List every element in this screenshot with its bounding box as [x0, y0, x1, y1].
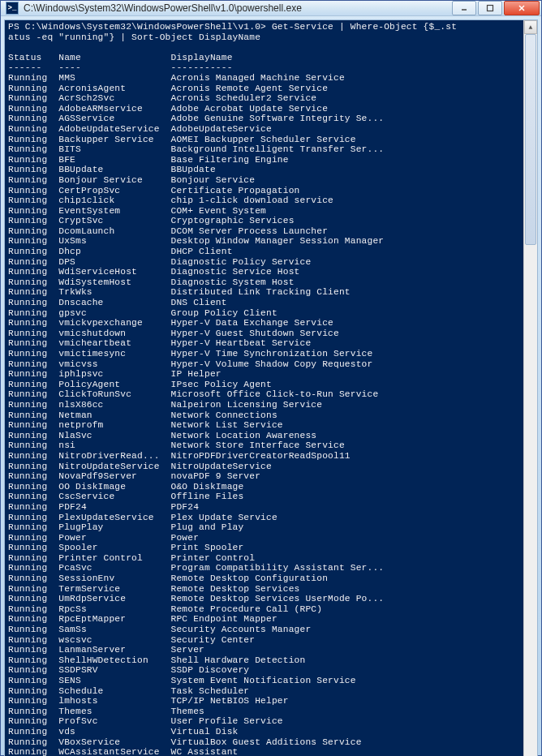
powershell-icon: >_ [6, 2, 19, 15]
scrollbar-thumb[interactable] [525, 34, 536, 245]
scrollbar-track[interactable] [524, 34, 537, 756]
console-output[interactable]: PS C:\Windows\System32\WindowsPowerShell… [5, 20, 523, 756]
console-container: PS C:\Windows\System32\WindowsPowerShell… [4, 19, 538, 756]
window-title: C:\Windows\System32\WindowsPowerShell\v1… [24, 2, 450, 14]
titlebar[interactable]: >_ C:\Windows\System32\WindowsPowerShell… [1, 1, 541, 16]
maximize-button[interactable] [478, 1, 502, 15]
vertical-scrollbar[interactable]: ▲ ▼ [523, 20, 537, 756]
svg-rect-1 [488, 6, 493, 11]
window-controls [450, 1, 540, 15]
powershell-window: >_ C:\Windows\System32\WindowsPowerShell… [0, 0, 542, 756]
scroll-up-button[interactable]: ▲ [524, 20, 537, 34]
minimize-button[interactable] [452, 1, 476, 15]
close-button[interactable] [504, 1, 540, 15]
